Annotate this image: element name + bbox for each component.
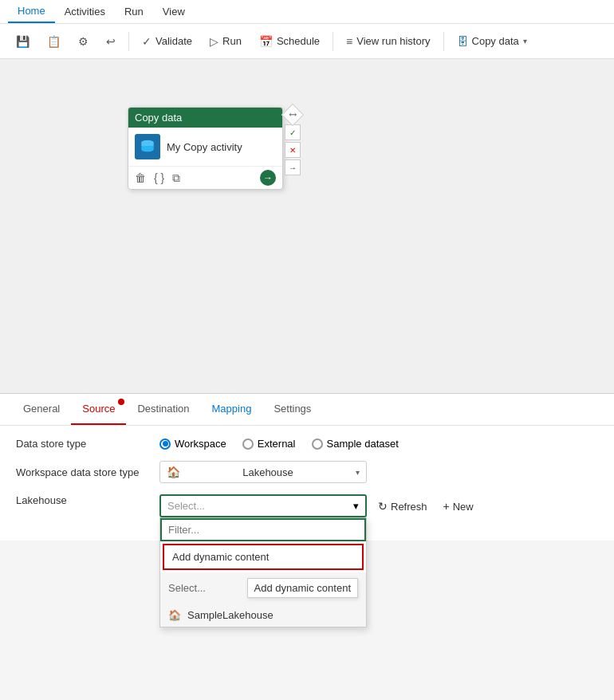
activity-icon: [135, 134, 160, 159]
sample-lakehouse-icon: 🏠: [168, 609, 181, 621]
arrow-button[interactable]: →: [285, 159, 301, 175]
run-button[interactable]: ▷ Run: [202, 31, 250, 52]
delete-icon[interactable]: 🗑: [135, 171, 146, 184]
tab-general[interactable]: General: [12, 394, 71, 425]
duplicate-icon[interactable]: ⧉: [172, 171, 180, 185]
menu-bar: Home Activities Run View: [0, 0, 614, 24]
data-store-type-label: Data store type: [16, 438, 159, 450]
lakehouse-select-value: Select...: [167, 500, 205, 512]
tooltip: Add dynamic content: [247, 578, 358, 598]
play-icon: ▷: [210, 35, 218, 48]
lakehouse-icon: 🏠: [167, 466, 180, 478]
activity-title: Copy data: [135, 112, 182, 124]
schedule-button[interactable]: 📅 Schedule: [251, 31, 328, 52]
data-store-type-row: Data store type Workspace External: [16, 438, 598, 450]
menu-item-home[interactable]: Home: [8, 0, 55, 23]
action-buttons: ↻ Refresh + New: [375, 494, 477, 514]
source-badge: [118, 399, 124, 405]
save-button[interactable]: 💾: [8, 31, 37, 52]
tab-destination[interactable]: Destination: [126, 394, 200, 425]
toolbar: 💾 📋 ⚙ ↩ ✓ Validate ▷ Run 📅 Schedule ≡ Vi…: [0, 24, 614, 59]
activity-card-footer: 🗑 { } ⧉ →: [128, 166, 282, 189]
workspace-data-store-value: Lakehouse: [242, 466, 293, 478]
lakehouse-row-content: Select... ▾ Add dynamic content Select..…: [159, 494, 598, 517]
copy-button[interactable]: 📋: [39, 31, 69, 52]
radio-external[interactable]: External: [242, 438, 296, 450]
new-button[interactable]: + New: [440, 498, 477, 514]
sample-lakehouse-item[interactable]: 🏠 SampleLakehouse: [160, 604, 366, 627]
select-dropdown-item[interactable]: Select... Add dynamic content: [160, 572, 366, 604]
sample-lakehouse-label: SampleLakehouse: [187, 609, 274, 621]
view-run-history-button[interactable]: ≡ View run history: [338, 31, 438, 52]
activity-card-header: Copy data: [128, 108, 282, 128]
lakehouse-dropdown-popup: Select... ▾ Add dynamic content Select..…: [159, 494, 367, 517]
code-icon[interactable]: { }: [154, 171, 164, 184]
canvas-area[interactable]: Copy data My Copy activity 🗑 { } ⧉ → ⤢ ✓…: [0, 59, 614, 394]
lakehouse-row: Lakehouse Select... ▾ Add dynamic: [16, 494, 598, 517]
settings-button[interactable]: ⚙: [70, 31, 96, 52]
refresh-button[interactable]: ↻ Refresh: [375, 498, 431, 514]
radio-sample-circle: [312, 438, 323, 450]
validate-button[interactable]: ✓ Validate: [134, 31, 200, 52]
radio-workspace[interactable]: Workspace: [159, 438, 226, 450]
check-button[interactable]: ✓: [285, 124, 301, 140]
close-card-button[interactable]: ✕: [285, 142, 301, 158]
menu-item-run[interactable]: Run: [115, 0, 153, 23]
filter-input[interactable]: [160, 518, 366, 541]
chevron-down-icon: ▾: [523, 37, 527, 45]
radio-external-circle: [242, 438, 254, 450]
activity-name: My Copy activity: [167, 141, 242, 153]
refresh-icon: ↻: [378, 500, 388, 513]
divider-1: [128, 32, 129, 51]
radio-workspace-circle: [159, 438, 171, 450]
tab-bar: General Source Destination Mapping Setti…: [0, 394, 614, 426]
workspace-data-store-type-row: Workspace data store type 🏠 Lakehouse ▾: [16, 461, 598, 483]
radio-group: Workspace External Sample dataset: [159, 438, 598, 450]
undo-button[interactable]: ↩: [98, 31, 124, 52]
divider-3: [443, 32, 444, 51]
workspace-data-store-type-label: Workspace data store type: [16, 466, 159, 478]
save-icon: 💾: [16, 35, 30, 48]
checkmark-icon: ✓: [142, 35, 152, 48]
history-icon: ≡: [346, 35, 352, 48]
chevron-lakehouse-icon: ▾: [353, 500, 359, 512]
workspace-data-store-dropdown[interactable]: 🏠 Lakehouse ▾: [159, 461, 367, 483]
lakehouse-label: Lakehouse: [16, 494, 159, 506]
radio-sample-dataset[interactable]: Sample dataset: [312, 438, 399, 450]
card-side-actions: ⤢ ✓ ✕ →: [285, 107, 301, 175]
menu-item-activities[interactable]: Activities: [55, 0, 115, 23]
next-icon[interactable]: →: [260, 170, 276, 186]
copy-data-icon: 🗄: [457, 35, 468, 48]
rotate-button[interactable]: ⤢: [281, 104, 304, 126]
select-placeholder-text: Select...: [168, 582, 206, 594]
activity-card[interactable]: Copy data My Copy activity 🗑 { } ⧉ →: [128, 107, 283, 190]
undo-icon: ↩: [106, 35, 116, 48]
divider-2: [333, 32, 333, 51]
activity-card-body: My Copy activity: [128, 128, 282, 166]
lakehouse-control: Select... ▾ Add dynamic content Select..…: [159, 494, 598, 517]
tab-source[interactable]: Source: [71, 394, 126, 425]
data-store-type-control: Workspace External Sample dataset: [159, 438, 598, 450]
workspace-data-store-type-control: 🏠 Lakehouse ▾: [159, 461, 598, 483]
chevron-down-icon: ▾: [356, 468, 360, 477]
calendar-icon: 📅: [259, 35, 273, 48]
lakehouse-dropdown-list: Add dynamic content Select... Add dynami…: [159, 517, 367, 627]
menu-item-view[interactable]: View: [153, 0, 195, 23]
bottom-panel: General Source Destination Mapping Setti…: [0, 394, 614, 541]
lakehouse-select-box[interactable]: Select... ▾: [159, 494, 367, 517]
tab-mapping[interactable]: Mapping: [201, 394, 263, 425]
settings-icon: ⚙: [78, 35, 89, 48]
add-dynamic-content-option[interactable]: Add dynamic content: [163, 544, 364, 570]
plus-icon: +: [443, 500, 450, 513]
copy-data-button[interactable]: 🗄 Copy data ▾: [449, 31, 535, 52]
copy-icon: 📋: [47, 35, 61, 48]
form-content: Data store type Workspace External: [0, 426, 614, 541]
tab-settings[interactable]: Settings: [262, 394, 322, 425]
